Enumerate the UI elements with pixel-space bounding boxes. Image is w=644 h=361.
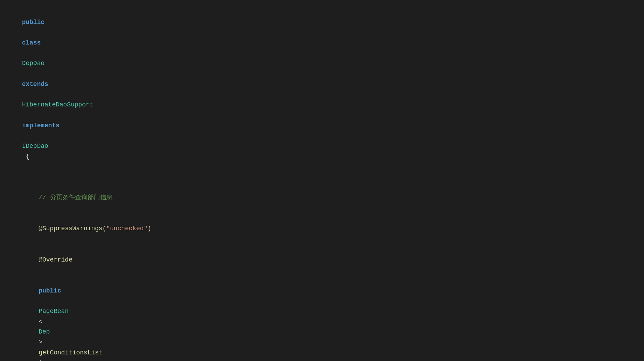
kw-implements: implements bbox=[22, 122, 59, 129]
code-line-comment1: // 分页条件查询部门信息 bbox=[7, 183, 630, 214]
code-editor: public class DepDao extends HibernateDao… bbox=[0, 0, 644, 361]
annotation-override: @Override bbox=[39, 256, 72, 263]
class-name: DepDao bbox=[22, 60, 44, 67]
code-line-suppress: @SuppressWarnings("unchecked") bbox=[7, 214, 630, 244]
code-line-method-sig: public PageBean < Dep > getConditionsLis… bbox=[7, 275, 630, 361]
code-line-class-decl: public class DepDao extends HibernateDao… bbox=[7, 7, 630, 172]
kw-extends: extends bbox=[22, 81, 48, 88]
kw-class: class bbox=[22, 39, 41, 46]
string-unchecked: "unchecked" bbox=[106, 225, 148, 232]
implements-type: IDepDao bbox=[22, 143, 48, 150]
extends-type: HibernateDaoSupport bbox=[22, 101, 93, 108]
annotation-suppress: @SuppressWarnings( bbox=[39, 225, 106, 232]
comment-pagination: // 分页条件查询部门信息 bbox=[39, 194, 112, 201]
code-line-blank1 bbox=[7, 172, 630, 183]
code-line-override: @Override bbox=[7, 244, 630, 275]
kw-public: public bbox=[22, 19, 44, 26]
